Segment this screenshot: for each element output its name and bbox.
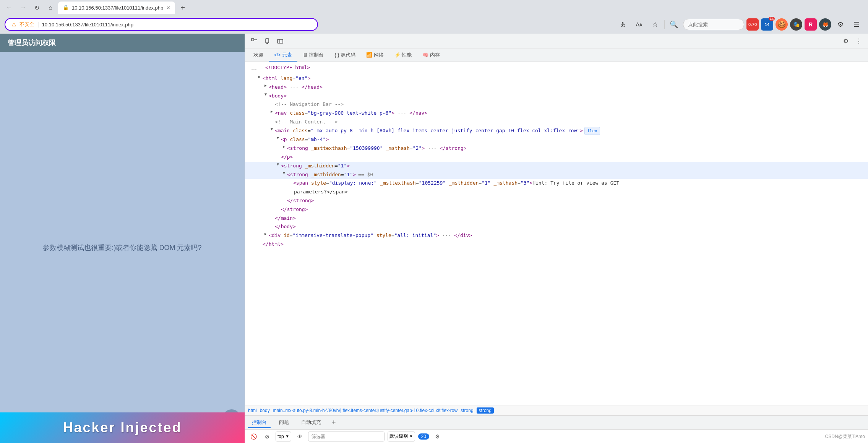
bottom-tab-autofill-label: 自动填充 — [301, 419, 321, 425]
new-tab-button[interactable]: + — [177, 2, 189, 14]
console-clear-btn[interactable]: 🚫 — [248, 431, 259, 442]
inspect-element-btn[interactable] — [248, 35, 260, 47]
code-line-p-close[interactable]: </p> — [245, 153, 868, 162]
toggle-strong-outer[interactable] — [276, 162, 280, 167]
code-line-body[interactable]: <body> — [245, 92, 868, 101]
search-input[interactable] — [683, 19, 744, 30]
tab-elements[interactable]: </> 元素 — [269, 49, 297, 62]
refresh-button[interactable]: ↻ — [31, 2, 43, 14]
devtools-console-toolbar: 🚫 ⊘ top ▼ 👁 默认级别 ▼ 20 ⚙ — [245, 429, 868, 443]
tab-memory[interactable]: 🧠 内存 — [417, 49, 445, 62]
code-line-main[interactable]: <main class = " mx-auto py-8 min-h-[80vh… — [245, 127, 868, 136]
toggle-html[interactable] — [257, 75, 262, 79]
bottom-tab-console[interactable]: 控制台 — [248, 417, 271, 428]
tab-sources[interactable]: { } 源代码 — [329, 49, 361, 62]
breadcrumb-main[interactable]: main..mx-auto.py-8.min-h-\[80vh\].flex.i… — [273, 408, 458, 413]
tab-memory-icon: 🧠 — [422, 52, 430, 58]
tab-performance[interactable]: ⚡ 性能 — [389, 49, 417, 62]
menu-button[interactable]: ☰ — [850, 18, 863, 31]
code-line-strong-inner[interactable]: <strong _msthidden = "1" > == $0 — [245, 170, 868, 179]
toggle-p[interactable] — [276, 136, 280, 140]
toggle-head[interactable] — [263, 83, 268, 88]
tab-network[interactable]: 📶 网络 — [361, 49, 389, 62]
settings-button[interactable]: ⚙ — [834, 18, 847, 31]
svg-rect-4 — [277, 39, 283, 43]
devtools-more-btn[interactable]: ⋮ — [853, 35, 865, 47]
code-line-nav[interactable]: <nav class = "bg-gray-900 text-white p-6… — [245, 109, 868, 118]
code-line-html-close[interactable]: </html> — [245, 240, 868, 249]
code-line-comment-nav[interactable]: <!-- Navigation Bar --> — [245, 100, 868, 109]
url-bar[interactable]: ⚠ 不安全 | 10.10.156.50:1337/file1010111/in… — [5, 18, 318, 31]
tab-console[interactable]: 🖥 控制台 — [297, 49, 329, 62]
forward-button[interactable]: → — [17, 2, 29, 14]
tab-console-label: 控制台 — [309, 52, 324, 58]
devtools-breadcrumb: html body main..mx-auto.py-8.min-h-\[80v… — [245, 406, 868, 415]
code-line-strong-outer[interactable]: <strong _msthidden = "1" > — [245, 162, 868, 170]
aa-button[interactable]: AA — [632, 18, 646, 31]
tab-memory-label: 内存 — [430, 52, 440, 58]
tab-elements-label: 元素 — [282, 52, 292, 58]
translate-button[interactable]: あ — [616, 18, 630, 31]
code-line-span-hint[interactable]: <span style = "display: none;" _msttexth… — [245, 179, 868, 188]
toggle-body[interactable] — [263, 92, 268, 97]
code-line-strong-inner-close[interactable]: </strong> — [245, 196, 868, 205]
code-line-comment-main[interactable]: <!-- Main Content --> — [245, 118, 868, 127]
devtools-panel: ⚙ ⋮ 欢迎 </> 元素 🖥 控制台 { } 源代码 — [245, 34, 868, 443]
breadcrumb-strong-active[interactable]: strong — [477, 407, 494, 414]
bookmark-button[interactable]: ☆ — [648, 18, 662, 31]
code-line-head[interactable]: <head> ··· </head> — [245, 83, 868, 92]
panel-layout-btn[interactable] — [274, 35, 286, 47]
ext-icon-3[interactable]: 🍪 — [776, 18, 788, 31]
toggle-strong-inner[interactable] — [282, 171, 286, 175]
active-tab[interactable]: 🔒 10.10.156.50:1337/file1010111/index.ph… — [58, 2, 175, 14]
webpage-body-text: 参数模糊测试也很重要:)或者你能隐藏 DOM 元素吗? — [43, 243, 201, 252]
ext-icon-1[interactable]: 0:70 — [746, 18, 759, 31]
breadcrumb-body[interactable]: body — [260, 408, 270, 413]
device-toolbar-btn[interactable] — [261, 35, 273, 47]
tab-welcome-label: 欢迎 — [253, 52, 263, 58]
url-text: 10.10.156.50:1337/file1010111/index.php — [42, 22, 133, 28]
bottom-tab-autofill[interactable]: 自动填充 — [297, 417, 325, 428]
tab-performance-label: 性能 — [402, 52, 412, 58]
ext-icon-6[interactable]: 🦊 — [819, 18, 831, 31]
ext-icon-4[interactable]: 🎭 — [790, 18, 802, 31]
ext-icon-2[interactable]: 1414 — [761, 18, 773, 31]
breadcrumb-strong[interactable]: strong — [461, 408, 473, 413]
webpage-panel: 管理员访问权限 参数模糊测试也很重要:)或者你能隐藏 DOM 元素吗? 欢 Ha… — [0, 34, 245, 443]
code-line-strong-outer-close[interactable]: </strong> — [245, 205, 868, 214]
console-level-select[interactable]: 默认级别 ▼ — [388, 432, 415, 441]
toggle-immersive-div[interactable] — [263, 232, 268, 236]
code-line-p[interactable]: <p class = "mb-4" > — [245, 135, 868, 144]
code-line-main-close[interactable]: </main> — [245, 214, 868, 223]
console-top-select[interactable]: top ▼ — [276, 432, 291, 441]
home-button[interactable]: ⌂ — [44, 2, 57, 14]
divider — [664, 20, 665, 29]
dots-menu-btn[interactable]: ··· — [248, 64, 260, 74]
tab-sources-label: 源代码 — [341, 52, 355, 58]
tab-welcome[interactable]: 欢迎 — [248, 49, 269, 62]
search-button[interactable]: 🔍 — [667, 18, 681, 31]
bottom-tab-issues[interactable]: 问题 — [275, 417, 293, 428]
tab-close-icon[interactable]: ✕ — [166, 5, 170, 11]
console-filter-btn[interactable]: ⊘ — [262, 431, 273, 442]
code-line-doctype[interactable]: ··· <!DOCTYPE html> — [245, 63, 868, 74]
toggle-nav[interactable] — [269, 109, 274, 114]
code-line-immersive-div[interactable]: <div id = "immersive-translate-popup" st… — [245, 231, 868, 240]
devtools-settings-btn[interactable]: ⚙ — [840, 35, 852, 47]
code-line-strong1[interactable]: <strong _msttexthash = "150399990" _msth… — [245, 144, 868, 153]
console-top-label: top — [277, 434, 284, 439]
back-button[interactable]: ← — [3, 2, 15, 14]
toggle-strong1[interactable] — [282, 144, 286, 149]
flex-badge[interactable]: flex — [584, 127, 600, 135]
console-settings-btn[interactable]: ⚙ — [432, 431, 443, 442]
bottom-tab-add-btn[interactable]: + — [329, 419, 338, 427]
code-line-body-close[interactable]: </body> — [245, 222, 868, 231]
bottom-tab-console-label: 控制台 — [252, 419, 267, 425]
code-line-html[interactable]: <html lang = "en" > — [245, 74, 868, 83]
ext-icon-5[interactable]: R — [805, 18, 817, 31]
console-filter-input[interactable] — [308, 432, 385, 441]
toggle-main[interactable] — [269, 127, 274, 131]
console-eye-btn[interactable]: 👁 — [294, 431, 305, 442]
breadcrumb-html[interactable]: html — [248, 408, 257, 413]
code-line-span-hint-cont[interactable]: parameters?</span> — [245, 188, 868, 196]
